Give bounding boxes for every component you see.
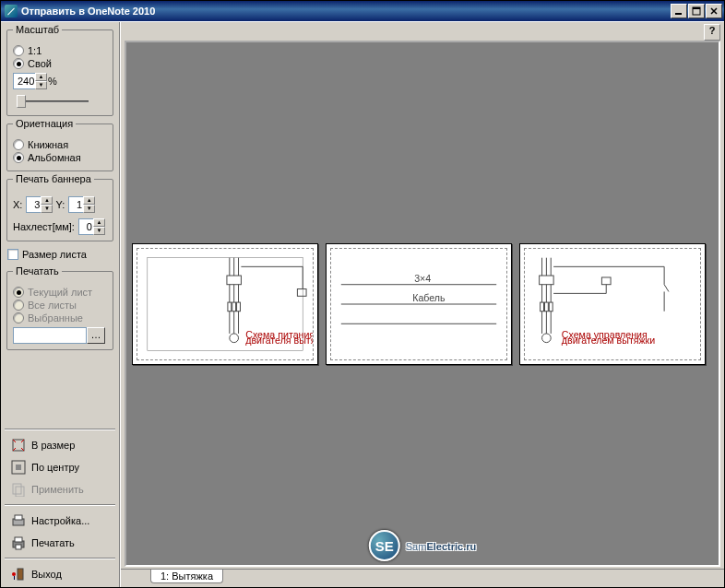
- svg-rect-44: [540, 276, 553, 285]
- banner-group: Печать баннера X: ▲▼ Y: ▲▼ Нахлест[мм]:: [6, 179, 113, 241]
- svg-rect-33: [297, 288, 306, 296]
- orientation-radio-portrait[interactable]: Книжная: [13, 139, 107, 150]
- percent-label: %: [48, 76, 57, 87]
- svg-rect-6: [13, 484, 21, 494]
- radio-icon: [13, 45, 24, 56]
- radio-label: Свой: [28, 58, 52, 69]
- preview-page: Схема управления двигателем вытяжки: [519, 243, 706, 365]
- print-radio-all[interactable]: Все листы: [13, 300, 107, 311]
- radio-icon: [13, 312, 24, 323]
- preview-page: 3×4 Кабель: [326, 243, 512, 365]
- svg-text:двигателем вытяжки: двигателем вытяжки: [562, 334, 655, 345]
- radio-icon: [13, 139, 24, 150]
- scale-radio-1-1[interactable]: 1:1: [13, 45, 107, 56]
- spin-down[interactable]: ▼: [93, 227, 105, 235]
- radio-label: Альбомная: [28, 152, 81, 163]
- svg-rect-50: [549, 302, 553, 312]
- svg-text:3×4: 3×4: [414, 272, 431, 283]
- scale-slider[interactable]: [13, 93, 92, 110]
- preview-page: Схема питания двигателя вытяжки: [132, 243, 318, 365]
- center-button[interactable]: По центру: [6, 457, 113, 477]
- checkbox-label: Размер листа: [22, 249, 87, 260]
- apply-button: Применить: [6, 479, 113, 500]
- tool-label: Применить: [31, 484, 84, 495]
- help-button[interactable]: ?: [704, 24, 720, 41]
- setup-button[interactable]: Настройка...: [6, 511, 113, 531]
- svg-rect-5: [16, 465, 21, 470]
- print-radio-selected[interactable]: Выбранные: [13, 312, 107, 323]
- svg-rect-12: [16, 545, 21, 549]
- radio-label: Текущий лист: [28, 287, 92, 298]
- radio-icon: [13, 58, 24, 69]
- banner-y-input[interactable]: ▲▼: [68, 196, 94, 213]
- tool-label: Настройка...: [31, 515, 89, 526]
- svg-rect-25: [232, 302, 236, 312]
- svg-rect-11: [15, 537, 22, 542]
- spin-down[interactable]: ▼: [41, 205, 53, 213]
- titlebar: Отправить в OneNote 2010: [1, 1, 724, 21]
- svg-rect-59: [601, 276, 611, 284]
- orientation-group: Ориетнация Книжная Альбомная: [6, 123, 113, 171]
- svg-rect-20: [227, 276, 241, 285]
- app-window: Отправить в OneNote 2010 Масштаб 1:1 Сво…: [0, 0, 725, 588]
- y-label: Y:: [55, 199, 65, 210]
- svg-rect-2: [693, 7, 700, 9]
- watermark-badge: SE: [369, 530, 400, 561]
- sidebar: Масштаб 1:1 Свой ▲▼ %: [1, 22, 120, 587]
- scale-group-title: Масштаб: [13, 24, 62, 35]
- spin-up[interactable]: ▲: [41, 196, 53, 205]
- print-preview-canvas[interactable]: Схема питания двигателя вытяжки 3×4 Кабе…: [125, 41, 720, 567]
- spin-up[interactable]: ▲: [93, 218, 105, 227]
- svg-text:Кабель: Кабель: [412, 292, 446, 303]
- print-button[interactable]: Печатать: [6, 533, 113, 553]
- spin-down[interactable]: ▼: [83, 205, 95, 213]
- radio-label: Выбранные: [28, 312, 83, 323]
- svg-text:двигателя вытяжки: двигателя вытяжки: [245, 334, 313, 345]
- tool-label: В размер: [31, 440, 75, 451]
- scale-radio-custom[interactable]: Свой: [13, 58, 107, 69]
- banner-x-input[interactable]: ▲▼: [26, 196, 52, 213]
- svg-rect-48: [541, 302, 544, 312]
- overlap-label: Нахлест[мм]:: [13, 221, 75, 232]
- radio-label: Все листы: [28, 300, 77, 311]
- center-icon: [11, 460, 26, 475]
- checkbox-icon: [7, 249, 18, 260]
- radio-icon: [13, 287, 24, 298]
- watermark: SE SamElectric.ru: [369, 530, 476, 561]
- overlap-input[interactable]: ▲▼: [78, 218, 104, 235]
- exit-icon: [11, 567, 26, 582]
- spin-up[interactable]: ▲: [35, 73, 47, 81]
- svg-rect-0: [675, 13, 682, 15]
- svg-rect-15: [14, 576, 15, 580]
- spin-down[interactable]: ▼: [35, 81, 47, 89]
- maximize-button[interactable]: [688, 4, 705, 18]
- spin-up[interactable]: ▲: [83, 196, 95, 205]
- orientation-radio-landscape[interactable]: Альбомная: [13, 152, 107, 163]
- svg-rect-13: [18, 569, 23, 580]
- sheet-tab[interactable]: 1: Вытяжка: [150, 570, 223, 583]
- fit-button[interactable]: В размер: [6, 435, 113, 455]
- tab-strip: 1: Вытяжка: [121, 569, 724, 587]
- radio-label: Книжная: [28, 139, 68, 150]
- watermark-text: SamElectric.ru: [406, 536, 476, 555]
- svg-rect-9: [15, 515, 22, 520]
- print-path-input[interactable]: [13, 327, 87, 344]
- tool-label: По центру: [31, 462, 79, 473]
- svg-line-60: [664, 284, 669, 291]
- apply-icon: [11, 482, 26, 497]
- svg-rect-49: [544, 302, 548, 312]
- minimize-button[interactable]: [671, 4, 687, 18]
- browse-button[interactable]: …: [87, 327, 105, 344]
- svg-rect-7: [16, 487, 24, 497]
- sheet-size-checkbox[interactable]: Размер листа: [7, 249, 113, 260]
- svg-point-54: [542, 333, 552, 342]
- print-radio-current[interactable]: Текущий лист: [13, 287, 107, 298]
- window-title: Отправить в OneNote 2010: [21, 6, 155, 17]
- tool-label: Печатать: [31, 537, 75, 548]
- scale-value-input[interactable]: ▲▼: [13, 73, 44, 89]
- preview-pane: ? Сх: [120, 22, 724, 587]
- svg-rect-26: [237, 302, 241, 312]
- close-button[interactable]: [706, 4, 722, 18]
- fit-icon: [11, 438, 26, 453]
- exit-button[interactable]: Выход: [6, 564, 113, 584]
